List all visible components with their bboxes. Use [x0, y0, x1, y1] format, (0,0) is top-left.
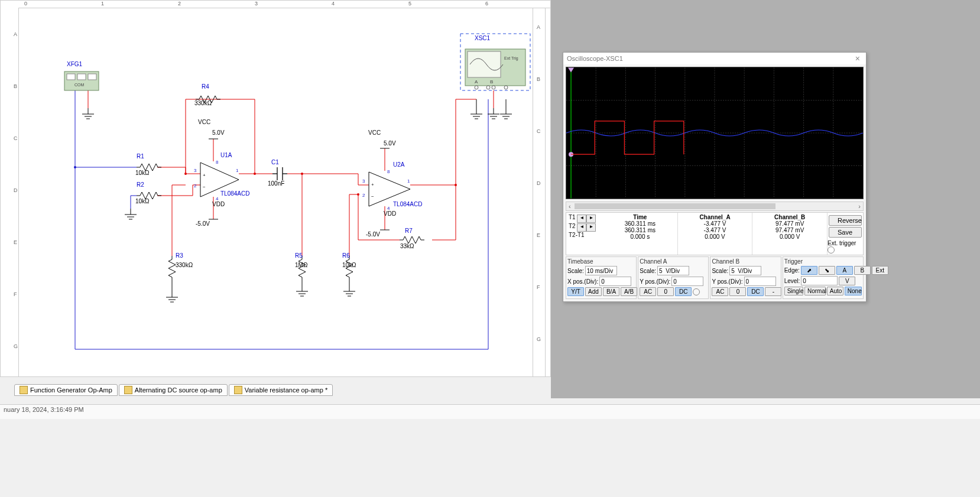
cursor-t2-left[interactable]: ◄ — [577, 223, 586, 232]
cha-color-radio[interactable] — [693, 288, 700, 295]
reverse-button[interactable]: Reverse — [829, 215, 862, 226]
save-button[interactable]: Save — [829, 227, 862, 238]
channel-a-group: Channel A Scale: Y pos.(Div): AC 0 DC — [638, 256, 709, 299]
cha-scale-input[interactable] — [657, 266, 689, 275]
ruler-vertical: A B C D E F G — [1, 8, 19, 376]
oscilloscope-titlebar[interactable]: Oscilloscope-XSC1 × — [563, 53, 866, 64]
svg-text:2: 2 — [362, 193, 365, 198]
svg-point-71 — [475, 86, 478, 89]
timebase-scale-input[interactable] — [585, 266, 617, 275]
resistor-r6 — [346, 256, 353, 281]
chb-ac-button[interactable]: AC — [712, 287, 728, 296]
chb-dc-button[interactable]: DC — [747, 287, 764, 296]
sheet-icon — [234, 386, 242, 394]
trig-none-button[interactable]: None — [845, 287, 862, 295]
mode-ab-button[interactable]: A/B — [621, 287, 637, 296]
sheet-tab[interactable]: Function Generator Op-Amp — [14, 384, 118, 396]
svg-point-4 — [455, 184, 457, 186]
instrument-xsc1[interactable]: Ext Trig A B — [460, 34, 530, 90]
schematic-svg: +− +− 3 2 1 8 4 3 2 1 8 4 — [18, 8, 550, 376]
svg-point-73 — [492, 86, 495, 89]
label-xfg1: XFG1 — [67, 61, 82, 67]
cha-zero-button[interactable]: 0 — [657, 287, 674, 296]
trigger-group: Trigger Edge: ⬈ ⬊ A B Ext Level:V Single… — [783, 256, 864, 299]
svg-point-3 — [357, 193, 359, 196]
svg-text:A: A — [475, 79, 478, 85]
svg-point-5 — [74, 166, 76, 168]
chb-scale-input[interactable] — [729, 266, 761, 275]
cha-ypos-input[interactable] — [671, 277, 703, 286]
cursor-t1-left[interactable]: ◄ — [577, 215, 586, 223]
cha-ac-button[interactable]: AC — [640, 287, 656, 296]
svg-point-1 — [254, 173, 256, 175]
trig-src-ext-button[interactable]: Ext — [872, 266, 888, 275]
channel-b-group: Channel B Scale: Y pos.(Div): AC 0 DC - — [710, 256, 781, 299]
timebase-xpos-input[interactable] — [599, 277, 631, 286]
chb-ypos-input[interactable] — [744, 277, 776, 286]
svg-text:+: + — [371, 182, 374, 187]
mode-add-button[interactable]: Add — [585, 287, 602, 296]
sheet-tab[interactable]: Alternating DC source op-amp — [119, 384, 228, 396]
trigger-level-input[interactable] — [801, 276, 838, 285]
instrument-xfg1[interactable]: COM — [64, 72, 99, 90]
edge-rise-button[interactable]: ⬈ — [801, 266, 817, 275]
sheet-tabs: Function Generator Op-Amp Alternating DC… — [14, 384, 334, 397]
trig-src-b-button[interactable]: B — [854, 266, 871, 275]
capacitor-c1 — [272, 167, 287, 180]
oscilloscope-screen[interactable] — [566, 67, 864, 199]
svg-text:COM: COM — [74, 83, 85, 87]
svg-point-72 — [486, 86, 490, 89]
svg-text:8: 8 — [387, 169, 390, 174]
mode-ba-button[interactable]: B/A — [603, 287, 619, 296]
mode-yt-button[interactable]: Y/T — [567, 287, 584, 296]
ext-trigger-radio[interactable] — [828, 246, 835, 254]
timebase-group: Timebase Scale: X pos.(Div): Y/T Add B/A… — [566, 256, 637, 299]
svg-rect-61 — [67, 74, 75, 80]
svg-rect-67 — [468, 51, 501, 77]
cha-dc-button[interactable]: DC — [675, 287, 692, 296]
svg-text:3: 3 — [362, 178, 365, 184]
cursor-t1-right[interactable]: ► — [586, 215, 596, 223]
chb-zero-button[interactable]: 0 — [729, 287, 746, 296]
edge-fall-button[interactable]: ⬊ — [819, 266, 835, 275]
trig-src-a-button[interactable]: A — [836, 266, 853, 275]
sheet-tab[interactable]: Variable resistance op-amp * — [229, 384, 333, 396]
svg-point-2 — [301, 173, 303, 175]
close-icon[interactable]: × — [853, 53, 862, 64]
svg-text:Ext Trig: Ext Trig — [504, 56, 518, 61]
svg-text:3: 3 — [194, 168, 197, 173]
svg-rect-62 — [77, 74, 86, 80]
trig-single-button[interactable]: Single — [784, 287, 803, 295]
oscilloscope-window[interactable]: Oscilloscope-XSC1 × — [563, 52, 867, 302]
cursor-t2-right[interactable]: ► — [586, 223, 596, 232]
svg-text:+: + — [203, 173, 206, 178]
svg-text:1: 1 — [236, 168, 239, 173]
resistor-r3 — [168, 256, 176, 281]
trig-auto-button[interactable]: Auto — [827, 287, 843, 295]
ground-icon — [82, 108, 94, 119]
label-xsc1: XSC1 — [475, 35, 490, 41]
sheet-icon — [20, 386, 28, 394]
scope-scrollbar[interactable]: ‹ › — [566, 202, 864, 211]
trig-normal-button[interactable]: Normal — [804, 287, 826, 295]
svg-text:8: 8 — [216, 160, 219, 165]
svg-text:−: − — [203, 184, 206, 190]
ruler-vertical-right: A B C D E F G — [533, 1, 546, 376]
sheet-icon — [124, 386, 132, 394]
schematic-canvas[interactable]: 0 1 2 3 4 5 6 A B C D E F G A B C D E F … — [0, 0, 551, 377]
svg-text:2: 2 — [194, 183, 197, 189]
svg-rect-63 — [88, 74, 96, 80]
svg-marker-88 — [568, 68, 574, 73]
ruler-horizontal: 0 1 2 3 4 5 6 — [18, 1, 550, 8]
chb-minus-button[interactable]: - — [765, 287, 781, 296]
svg-point-0 — [184, 173, 187, 175]
svg-text:B: B — [490, 79, 493, 85]
svg-text:−: − — [371, 194, 374, 199]
svg-text:1: 1 — [407, 178, 410, 184]
scope-cursor-readout: T1 ◄► T2 ◄► T2-T1 Time360.311 ms360.311 … — [566, 212, 864, 255]
svg-point-74 — [504, 86, 508, 89]
resistor-r5 — [298, 256, 306, 281]
